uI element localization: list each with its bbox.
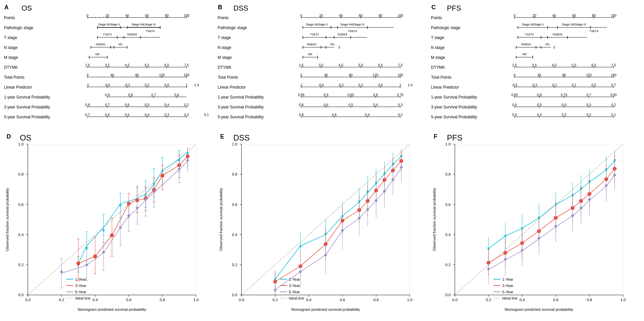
svg-text:1-Year: 1-Year [289, 277, 300, 281]
svg-text:T1&T2: T1&T2 [310, 33, 319, 36]
svg-text:5-Year: 5-Year [75, 290, 87, 294]
svg-text:0.2: 0.2 [232, 262, 237, 267]
svg-text:M stage: M stage [431, 55, 445, 60]
svg-text:Stage III&Stage IV: Stage III&Stage IV [131, 23, 156, 26]
svg-text:5-year Survival Probability: 5-year Survival Probability [4, 115, 50, 119]
svg-text:T3&T4: T3&T4 [348, 29, 357, 33]
svg-text:1.0: 1.0 [407, 298, 412, 302]
calib-e-svg: 0.0 0.2 0.4 0.6 0.8 1.0 0.0 0.2 0.4 [217, 132, 427, 317]
svg-text:N0&N1: N0&N1 [521, 43, 531, 46]
svg-text:1.0: 1.0 [621, 298, 626, 302]
svg-text:M0: M0 [522, 53, 527, 56]
svg-text:3-year Survival Probability: 3-year Survival Probability [218, 105, 264, 109]
svg-text:1.0: 1.0 [18, 142, 24, 146]
svg-text:N stage: N stage [4, 45, 18, 50]
svg-text:0.8: 0.8 [232, 172, 237, 176]
panel-c-title: PFS [447, 4, 461, 13]
panel-d-title: OS [20, 133, 31, 142]
svg-text:3-year Survival Probability: 3-year Survival Probability [431, 105, 477, 109]
svg-text:Linear Predictor: Linear Predictor [4, 85, 32, 90]
svg-text:Linear Predictor: Linear Predictor [218, 85, 246, 90]
svg-text:3-Year: 3-Year [289, 283, 300, 288]
svg-text:T stage: T stage [218, 35, 231, 40]
panel-b-label: B [218, 4, 222, 11]
svg-text:0.6: 0.6 [553, 298, 558, 302]
svg-text:0.4: 0.4 [306, 298, 312, 302]
svg-text:0.6: 0.6 [232, 202, 237, 207]
svg-text:3-Year: 3-Year [75, 283, 87, 288]
nomogram-b-svg: Points Pathologic stage T stage N stage … [217, 3, 427, 132]
svg-text:T1&T2: T1&T2 [103, 33, 112, 36]
svg-text:Pathologic stage: Pathologic stage [431, 25, 460, 30]
svg-text:Nomogram predicted survival pr: Nomogram predicted survival probability [78, 307, 146, 311]
svg-point-442 [77, 261, 80, 265]
svg-text:M stage: M stage [4, 55, 18, 60]
svg-text:N2&N3: N2&N3 [338, 33, 347, 36]
svg-text:1.4: 1.4 [194, 83, 199, 87]
panel-c: C PFS Points Pathologic stage T stage N … [429, 3, 642, 129]
svg-text:Points: Points [4, 16, 15, 20]
bottom-row: D OS 0.0 0.2 0.4 0.6 0.8 1.0 [0, 129, 644, 321]
svg-text:0.2: 0.2 [272, 298, 278, 302]
svg-text:1-year Survival Probability: 1-year Survival Probability [4, 95, 50, 100]
svg-text:0.8: 0.8 [446, 172, 451, 176]
svg-text:5-year Survival Probability: 5-year Survival Probability [431, 115, 477, 119]
main-container: A OS Points Pathologic stage T stage N s… [0, 0, 644, 321]
svg-text:1-Year: 1-Year [75, 277, 87, 281]
svg-text:Stage III&Stage IV: Stage III&Stage IV [340, 23, 365, 26]
svg-text:Total Points: Total Points [4, 75, 24, 80]
svg-text:1-year Survival Probability: 1-year Survival Probability [218, 95, 264, 100]
svg-text:M0: M0 [95, 53, 100, 56]
svg-text:5-Year: 5-Year [502, 290, 514, 294]
nomogram-a-svg: Points Pathologic stage T stage N stage … [3, 3, 214, 132]
svg-text:N0&N1: N0&N1 [96, 43, 105, 46]
svg-text:1.0: 1.0 [232, 142, 237, 146]
svg-text:Stage I&Stage II: Stage I&Stage II [98, 23, 120, 26]
svg-text:0.4: 0.4 [446, 232, 451, 237]
calib-f-svg: 0.0 0.2 0.4 0.6 0.8 1.0 0.0 0.2 0.4 [430, 132, 641, 317]
svg-text:1-Year: 1-Year [502, 277, 514, 281]
svg-text:Pathologic stage: Pathologic stage [218, 25, 247, 30]
svg-text:Points: Points [431, 16, 442, 20]
panel-a-label: A [4, 4, 9, 11]
panel-f-label: F [434, 133, 437, 140]
svg-text:M1: M1 [119, 43, 123, 46]
panel-d: D OS 0.0 0.2 0.4 0.6 0.8 1.0 [2, 131, 215, 319]
svg-text:M1: M1 [330, 43, 335, 46]
svg-text:0.8: 0.8 [587, 298, 592, 302]
svg-text:3-year Survival Probability: 3-year Survival Probability [4, 105, 50, 109]
svg-text:N0&N1: N0&N1 [307, 43, 316, 46]
svg-text:Observed fraction survival pro: Observed fraction survival probability [219, 188, 223, 251]
svg-text:T3&T4: T3&T4 [590, 29, 598, 33]
panel-c-label: C [431, 4, 436, 11]
svg-text:M1: M1 [546, 43, 550, 46]
svg-text:0.2: 0.2 [18, 262, 23, 267]
svg-text:DTYMK: DTYMK [218, 65, 232, 70]
panel-e-title: DSS [233, 133, 250, 142]
svg-text:0.2: 0.2 [486, 298, 491, 302]
svg-text:N2&N3: N2&N3 [553, 33, 562, 36]
svg-text:1.4: 1.4 [408, 83, 412, 87]
svg-text:0.6: 0.6 [446, 202, 451, 207]
svg-text:N stage: N stage [218, 45, 232, 50]
svg-text:1.0: 1.0 [446, 142, 451, 146]
svg-text:Linear Predictor: Linear Predictor [431, 85, 459, 90]
svg-text:Stage III&Stage IV: Stage III&Stage IV [562, 23, 586, 26]
top-row: A OS Points Pathologic stage T stage N s… [0, 0, 644, 129]
svg-text:Total Points: Total Points [218, 75, 238, 80]
panel-b-title: DSS [233, 4, 248, 13]
svg-text:Total Points: Total Points [431, 75, 451, 80]
svg-text:M0: M0 [308, 53, 312, 56]
svg-text:Observed fraction survival pro: Observed fraction survival probability [432, 188, 436, 251]
svg-text:0.6: 0.6 [126, 298, 131, 302]
panel-d-label: D [7, 133, 11, 140]
panel-e-label: E [220, 133, 224, 140]
svg-text:0.0: 0.0 [18, 293, 24, 297]
svg-text:M stage: M stage [218, 55, 232, 60]
svg-text:Points: Points [218, 16, 229, 20]
panel-b: B DSS Points Pathologic stage T stage N … [215, 3, 429, 129]
svg-text:Nomogram predicted survival pr: Nomogram predicted survival probability [291, 307, 360, 311]
svg-text:0.8: 0.8 [160, 298, 165, 302]
svg-text:3-Year: 3-Year [502, 283, 514, 288]
svg-text:DTYMK: DTYMK [431, 65, 445, 70]
